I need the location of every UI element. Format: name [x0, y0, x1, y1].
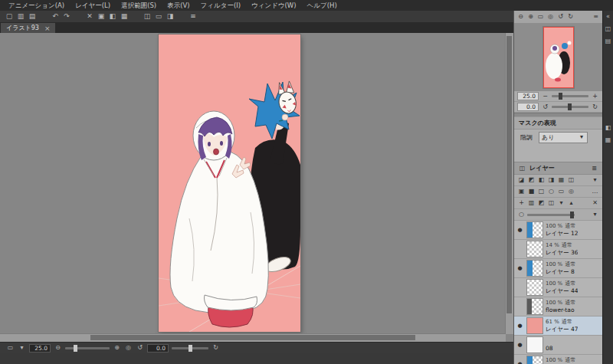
navigator-zoom-slider-thumb[interactable]: [559, 93, 562, 100]
blend-mode-icon[interactable]: ◪: [517, 176, 526, 185]
statusbar-rotation-value[interactable]: 0.0: [147, 344, 169, 353]
tone-layer-icon[interactable]: ▦: [557, 176, 565, 185]
save-icon[interactable]: ▤: [28, 12, 37, 21]
canvas-vertical-scrollbar[interactable]: [505, 33, 513, 334]
ruler-layer-icon[interactable]: ▭: [557, 188, 565, 196]
rotate-cw-icon[interactable]: ↻: [211, 344, 220, 353]
layer-row[interactable]: ● 08: [514, 336, 602, 355]
layer-panel-menu-icon[interactable]: ≡: [590, 164, 598, 172]
layer-row[interactable]: ● 100 %通常 レイヤー 8: [514, 259, 602, 278]
lock-alpha-icon[interactable]: □: [537, 188, 546, 196]
navigator-rotation-value[interactable]: 0.0: [517, 103, 539, 111]
apply-mask-icon[interactable]: ◫: [547, 199, 556, 208]
nav-rotate-ccw-icon[interactable]: ↺: [556, 13, 565, 21]
create-mask-icon[interactable]: ◩: [537, 199, 546, 208]
new-canvas-icon[interactable]: ▢: [5, 12, 14, 21]
layer-visibility-eye-icon[interactable]: ●: [517, 227, 522, 233]
menu-filter[interactable]: フィルター(I): [195, 0, 246, 11]
navigator-rotate-ccw-icon[interactable]: ↺: [541, 103, 549, 111]
canvas-viewport[interactable]: [0, 33, 513, 342]
nav-zoom-in-icon[interactable]: ⊕: [526, 13, 535, 21]
nav-actual-size-icon[interactable]: ◎: [546, 13, 555, 21]
layer-row[interactable]: ● 14 %通常 レイヤー 36: [514, 240, 602, 259]
fill-layer-icon[interactable]: ◧: [537, 176, 546, 185]
zoom-out-icon[interactable]: ⊖: [54, 344, 62, 353]
layer-thumbnail[interactable]: [526, 336, 543, 353]
navigator-zoom-minus-icon[interactable]: −: [541, 92, 549, 100]
layer-thumbnail[interactable]: [526, 298, 543, 315]
tone-dropdown[interactable]: あり ▾: [539, 132, 588, 143]
merge-down-icon[interactable]: ▾: [557, 199, 565, 208]
layer-thumbnail[interactable]: [526, 279, 543, 296]
nav-zoom-out-icon[interactable]: ⊖: [516, 13, 525, 21]
ruler-icon[interactable]: ▭: [154, 12, 163, 21]
menu-selection[interactable]: 選択範囲(S): [116, 0, 162, 11]
workspace-menu-icon[interactable]: ≡: [188, 12, 198, 21]
grid-icon[interactable]: ▦: [120, 12, 129, 21]
menu-layer[interactable]: レイヤー(L): [70, 0, 116, 11]
deselect-icon[interactable]: ▣: [97, 12, 106, 21]
nav-fit-icon[interactable]: ▭: [536, 13, 545, 21]
layer-visibility-eye-icon[interactable]: ●: [517, 342, 522, 348]
transfer-down-icon[interactable]: ▴: [567, 199, 575, 208]
rotation-slider-thumb[interactable]: [188, 345, 192, 352]
collapse-panels-icon[interactable]: «: [604, 12, 612, 21]
layer-more-icon[interactable]: …: [591, 188, 599, 196]
navigator-preview-area[interactable]: [514, 24, 602, 91]
layer-visibility-eye-icon[interactable]: ●: [517, 265, 522, 271]
panel-view-icon[interactable]: ◫: [567, 176, 575, 185]
layer-row[interactable]: ● 100 %通常 レイヤー 46: [514, 355, 602, 364]
layer-mask-icon[interactable]: ◩: [527, 176, 536, 185]
canvas-tab[interactable]: イラスト93 ×: [1, 23, 55, 33]
delete-layer-icon[interactable]: ✕: [591, 199, 599, 208]
select-layer-icon[interactable]: ▣: [517, 188, 526, 196]
snap-icon[interactable]: ◫: [143, 12, 152, 21]
layer-row[interactable]: ● 100 %通常 レイヤー 12: [514, 221, 602, 240]
vertical-scroll-thumb[interactable]: [506, 36, 512, 313]
layer-row[interactable]: ● 100 %通常 flower-tao: [514, 297, 602, 316]
undo-icon[interactable]: ↶: [51, 12, 60, 21]
layer-row[interactable]: ● 61 %通常 レイヤー 47: [514, 316, 602, 336]
symmetry-icon[interactable]: ◨: [166, 12, 175, 21]
tab-close-icon[interactable]: ×: [44, 25, 51, 32]
canvas-page[interactable]: [159, 34, 300, 332]
flip-layer-icon[interactable]: ◨: [547, 176, 556, 185]
layer-visibility-eye-icon[interactable]: ●: [517, 323, 522, 329]
opacity-icon[interactable]: ○: [517, 211, 526, 219]
lock-layer-icon[interactable]: ■: [527, 188, 536, 196]
horizontal-scroll-thumb[interactable]: [90, 335, 415, 340]
layer-thumbnail[interactable]: [526, 241, 543, 257]
canvas-horizontal-scrollbar[interactable]: [0, 333, 506, 342]
layer-effect-chevron-icon[interactable]: ▾: [591, 176, 599, 185]
layer-opacity-slider-thumb[interactable]: [570, 212, 574, 218]
navigator-zoom-slider[interactable]: [552, 95, 588, 97]
open-file-icon[interactable]: ▥: [16, 12, 25, 21]
zoom-menu-icon[interactable]: ▾: [18, 344, 26, 353]
set-ref-icon[interactable]: ◎: [567, 188, 575, 196]
redo-icon[interactable]: ↷: [62, 12, 71, 21]
layer-thumbnail[interactable]: [526, 356, 543, 364]
menu-window[interactable]: ウィンドウ(W): [246, 0, 302, 11]
new-layer-icon[interactable]: +: [517, 199, 526, 208]
zoom-slider-thumb[interactable]: [74, 345, 77, 352]
navigator-zoom-value[interactable]: 25.0: [517, 92, 539, 100]
navigator-rotation-slider-thumb[interactable]: [568, 103, 572, 110]
menu-help[interactable]: ヘルプ(H): [302, 0, 343, 11]
zoom-slider[interactable]: [65, 347, 110, 349]
statusbar-zoom-value[interactable]: 25.0: [29, 344, 51, 353]
fit-view-icon[interactable]: ▭: [6, 344, 15, 353]
new-folder-icon[interactable]: ▥: [527, 199, 536, 208]
history-panel-icon[interactable]: ▦: [604, 136, 612, 144]
nav-rotate-cw-icon[interactable]: ↻: [566, 13, 575, 21]
clip-layer-icon[interactable]: ○: [547, 188, 556, 196]
material-panel-icon[interactable]: ◧: [604, 123, 612, 132]
navigator-rotate-cw-icon[interactable]: ↻: [591, 103, 599, 111]
layer-thumbnail[interactable]: [526, 260, 543, 277]
rotation-slider[interactable]: [172, 347, 208, 349]
opacity-chevron-icon[interactable]: ▾: [591, 211, 599, 219]
navigator-view-frame[interactable]: [544, 28, 573, 87]
navigator-menu-icon[interactable]: ≡: [592, 13, 600, 21]
layer-row[interactable]: ● 100 %通常 レイヤー 44: [514, 278, 602, 297]
quick-access-panel-icon[interactable]: ◫: [604, 25, 612, 33]
layer-opacity-slider[interactable]: [527, 214, 575, 216]
